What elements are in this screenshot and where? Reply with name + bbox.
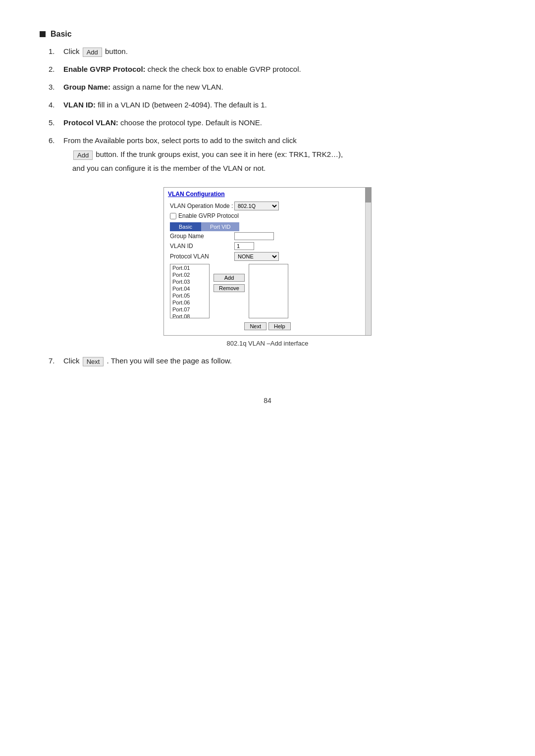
step-6-extra: Add button. If the trunk groups exist, y… <box>72 149 343 160</box>
step-7: 7. Click Next . Then you will see the pa… <box>49 355 495 367</box>
step-5-text: choose the protocol type. Default is NON… <box>120 118 262 127</box>
step-2-content: Enable GVRP Protocol: check the check bo… <box>63 63 495 75</box>
step-2-text: check the check box to enable GVRP proto… <box>148 65 301 73</box>
help-button-vlan[interactable]: Help <box>268 322 291 330</box>
protocol-vlan-label: Protocol VLAN <box>170 253 234 260</box>
vlan-id-label: VLAN ID <box>170 243 234 250</box>
step-4-num: 4. <box>49 99 63 111</box>
step-4-content: VLAN ID: fill in a VLAN ID (between 2-40… <box>63 99 495 111</box>
steps-list-7: 7. Click Next . Then you will see the pa… <box>49 355 495 367</box>
list-item[interactable]: Port.02 <box>170 271 209 278</box>
step-5-bold: Protocol VLAN: <box>63 118 118 127</box>
operation-mode-select[interactable]: 802.1Q <box>234 202 279 210</box>
enable-gvrp-checkbox[interactable] <box>170 213 176 219</box>
step-5-content: Protocol VLAN: choose the protocol type.… <box>63 117 495 129</box>
step-7-num: 7. <box>49 355 63 367</box>
group-name-input[interactable] <box>234 232 274 240</box>
next-button-step7[interactable]: Next <box>83 357 104 366</box>
enable-gvrp-row: Enable GVRP Protocol <box>170 212 365 219</box>
port-action-buttons: Add Remove <box>214 264 245 292</box>
step-3: 3. Group Name: assign a name for the new… <box>49 81 495 93</box>
step-6: 6. From the Available ports box, select … <box>49 135 495 176</box>
page-number: 84 <box>40 397 495 404</box>
bullet-icon <box>40 31 46 37</box>
add-button-step1[interactable]: Add <box>83 48 102 57</box>
step-5: 5. Protocol VLAN: choose the protocol ty… <box>49 117 495 129</box>
step-4-text: fill in a VLAN ID (between 2-4094). The … <box>98 101 267 109</box>
section-title: Basic <box>51 30 72 39</box>
protocol-vlan-select[interactable]: NONE <box>234 252 279 261</box>
step-2-num: 2. <box>49 63 63 75</box>
protocol-vlan-row: Protocol VLAN NONE <box>170 252 365 261</box>
step-2: 2. Enable GVRP Protocol: check the check… <box>49 63 495 75</box>
step-7-text-after: . Then you will see the page as follow. <box>107 356 232 365</box>
selected-ports-list[interactable] <box>249 264 288 318</box>
list-item[interactable]: Port.04 <box>170 285 209 292</box>
section-header: Basic <box>40 30 495 39</box>
list-item[interactable]: Port.08 <box>170 313 209 318</box>
list-item[interactable]: Port.01 <box>170 264 209 271</box>
step-3-content: Group Name: assign a name for the new VL… <box>63 81 495 93</box>
vlan-bottom-buttons: Next Help <box>170 322 365 330</box>
step-5-num: 5. <box>49 117 63 129</box>
step-1-text-before: Click <box>63 47 82 55</box>
step-6-num: 6. <box>49 135 63 147</box>
step-6-extra2-text: and you can configure it is the member o… <box>72 164 266 172</box>
step-6-content: From the Available ports box, select por… <box>63 135 297 147</box>
list-item[interactable]: Port.03 <box>170 278 209 285</box>
step-1-content: Click Add button. <box>63 46 495 57</box>
step-7-text-before: Click <box>63 356 80 365</box>
vlan-config-wrapper: VLAN Configuration VLAN Operation Mode :… <box>40 187 495 336</box>
group-name-row: Group Name <box>170 232 365 240</box>
step-2-bold: Enable GVRP Protocol: <box>63 65 146 73</box>
vlan-id-row: VLAN ID <box>170 242 365 250</box>
step-7-content: Click Next . Then you will see the page … <box>63 355 495 367</box>
step-6-extra2: and you can configure it is the member o… <box>72 162 266 174</box>
step-1-text-after: button. <box>105 47 128 55</box>
list-item[interactable]: Port.07 <box>170 306 209 313</box>
add-button-step6[interactable]: Add <box>73 151 93 160</box>
tab-basic[interactable]: Basic <box>170 222 201 231</box>
steps-list: 1. Click Add button. 2. Enable GVRP Prot… <box>49 46 495 176</box>
operation-mode-row: VLAN Operation Mode : 802.1Q <box>170 202 365 210</box>
vlan-id-input[interactable] <box>234 242 254 250</box>
vlan-caption: 802.1q VLAN –Add interface <box>40 340 495 347</box>
enable-gvrp-label: Enable GVRP Protocol <box>178 212 239 219</box>
step-6-extra-text: button. If the trunk groups exist, you c… <box>96 150 343 158</box>
port-remove-button[interactable]: Remove <box>214 284 245 292</box>
step-3-bold: Group Name: <box>63 83 110 91</box>
step-4-bold: VLAN ID: <box>63 101 96 109</box>
scrollbar-thumb[interactable] <box>365 188 371 202</box>
port-add-button[interactable]: Add <box>214 274 245 282</box>
vlan-config-box: VLAN Configuration VLAN Operation Mode :… <box>163 187 372 336</box>
list-item[interactable]: Port.05 <box>170 292 209 299</box>
vlan-config-inner: VLAN Operation Mode : 802.1Q Enable GVRP… <box>164 199 371 335</box>
scrollbar[interactable] <box>365 188 371 335</box>
vlan-tabs: Basic Port VID <box>170 222 365 231</box>
next-button-vlan[interactable]: Next <box>244 322 267 330</box>
step-1-num: 1. <box>49 46 63 57</box>
step-1: 1. Click Add button. <box>49 46 495 57</box>
step-3-num: 3. <box>49 81 63 93</box>
vlan-ports-area: Port.01Port.02Port.03Port.04Port.05Port.… <box>170 264 365 318</box>
tab-port-vid[interactable]: Port VID <box>201 222 240 231</box>
step-3-text: assign a name for the new VLAN. <box>112 83 223 91</box>
step-4: 4. VLAN ID: fill in a VLAN ID (between 2… <box>49 99 495 111</box>
group-name-label: Group Name <box>170 233 234 240</box>
list-item[interactable]: Port.06 <box>170 299 209 306</box>
operation-mode-label: VLAN Operation Mode : <box>170 202 234 209</box>
vlan-config-title: VLAN Configuration <box>164 188 371 199</box>
available-ports-list[interactable]: Port.01Port.02Port.03Port.04Port.05Port.… <box>170 264 210 318</box>
step-6-text-main: From the Available ports box, select por… <box>63 136 297 145</box>
